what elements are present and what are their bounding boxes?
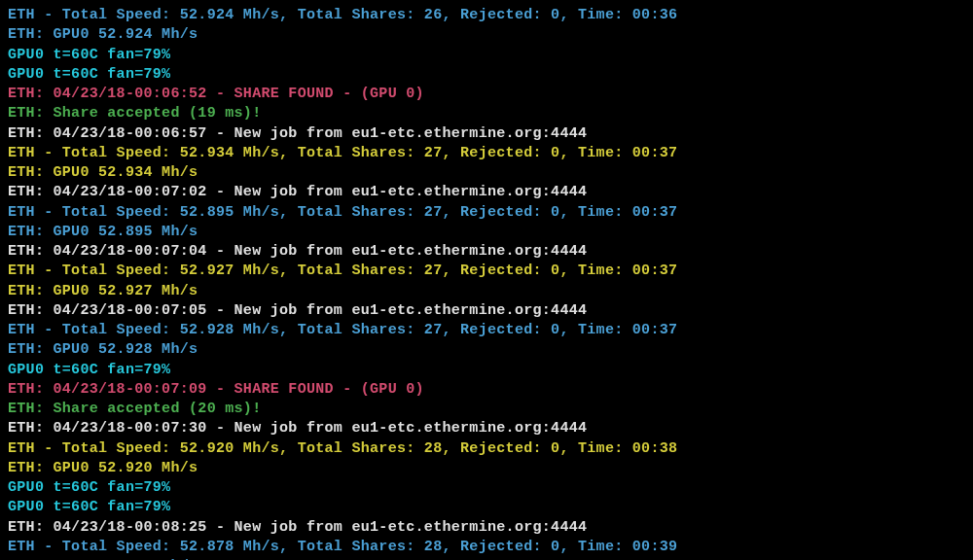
log-line: ETH: Share accepted (20 ms)! bbox=[8, 400, 965, 419]
log-line: ETH: 04/23/18-00:07:30 - New job from eu… bbox=[8, 419, 965, 438]
log-line: ETH: GPU0 52.928 Mh/s bbox=[8, 340, 965, 360]
log-line: ETH - Total Speed: 52.928 Mh/s, Total Sh… bbox=[8, 321, 965, 340]
log-line: ETH: 04/23/18-00:06:57 - New job from eu… bbox=[8, 124, 965, 144]
log-line: ETH: GPU0 52.934 Mh/s bbox=[8, 163, 965, 183]
log-line: ETH - Total Speed: 52.924 Mh/s, Total Sh… bbox=[8, 6, 965, 25]
log-line: ETH: GPU0 52.927 Mh/s bbox=[8, 282, 965, 301]
log-line: ETH: 04/23/18-00:07:09 - SHARE FOUND - (… bbox=[8, 380, 965, 400]
log-line: GPU0 t=60C fan=79% bbox=[8, 498, 965, 517]
log-line: ETH: 04/23/18-00:07:05 - New job from eu… bbox=[8, 301, 965, 321]
log-line: ETH - Total Speed: 52.920 Mh/s, Total Sh… bbox=[8, 439, 965, 459]
log-line: ETH - Total Speed: 52.927 Mh/s, Total Sh… bbox=[8, 262, 965, 281]
log-line: ETH: GPU0 52.895 Mh/s bbox=[8, 223, 965, 242]
log-line: ETH: GPU0 52.920 Mh/s bbox=[8, 459, 965, 478]
log-line: ETH: 04/23/18-00:07:04 - New job from eu… bbox=[8, 242, 965, 262]
log-line: ETH: GPU0 52.924 Mh/s bbox=[8, 25, 965, 45]
log-line: GPU0 t=60C fan=79% bbox=[8, 46, 965, 65]
log-line: ETH: Share accepted (19 ms)! bbox=[8, 104, 965, 123]
log-line: ETH: 04/23/18-00:06:52 - SHARE FOUND - (… bbox=[8, 85, 965, 104]
log-line: GPU0 t=60C fan=79% bbox=[8, 478, 965, 498]
log-line: ETH - Total Speed: 52.878 Mh/s, Total Sh… bbox=[8, 538, 965, 557]
log-line: ETH - Total Speed: 52.934 Mh/s, Total Sh… bbox=[8, 144, 965, 163]
log-line: ETH: 04/23/18-00:08:25 - New job from eu… bbox=[8, 518, 965, 538]
log-line: ETH - Total Speed: 52.895 Mh/s, Total Sh… bbox=[8, 203, 965, 223]
log-line: ETH: 04/23/18-00:07:02 - New job from eu… bbox=[8, 183, 965, 202]
log-line: GPU0 t=60C fan=79% bbox=[8, 65, 965, 85]
terminal-output: ETH - Total Speed: 52.924 Mh/s, Total Sh… bbox=[8, 6, 965, 560]
log-line: GPU0 t=60C fan=79% bbox=[8, 361, 965, 380]
